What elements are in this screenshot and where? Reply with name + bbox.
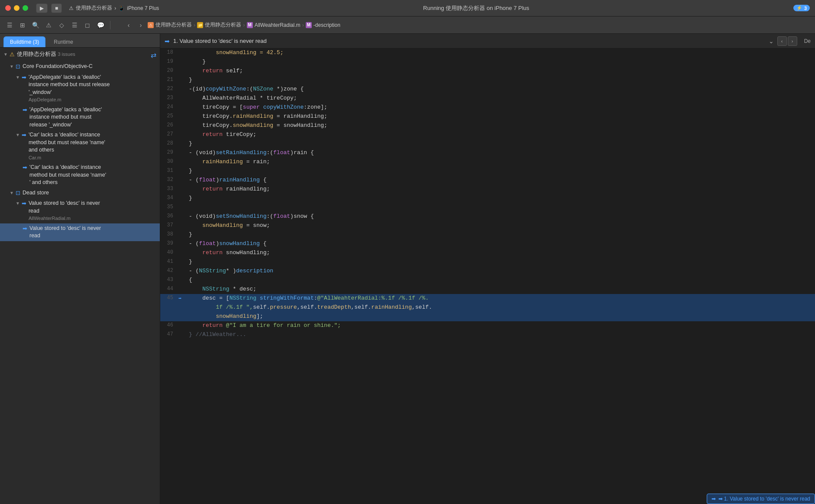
desc1-sub: AllWeahterRadial.m bbox=[29, 215, 156, 222]
code-line: 45➡ desc = [NSString stringWithFormat:@"… bbox=[160, 294, 815, 303]
tag-icon[interactable]: ◻ bbox=[82, 20, 93, 30]
breadcrumb-scheme[interactable]: 使用静态分析器 bbox=[155, 21, 192, 29]
code-line: 25 tireCopy.rainHandling = rainHandling; bbox=[160, 112, 815, 121]
stop-button[interactable]: ■ bbox=[51, 3, 62, 13]
car1-icon: ➡ bbox=[22, 132, 26, 139]
line-number: 43 bbox=[160, 276, 178, 284]
line-number: 36 bbox=[160, 212, 178, 220]
line-number: 47 bbox=[160, 330, 178, 339]
tree-appdelegate1[interactable]: ▼ ➡ 'AppDelegate' lacks a 'dealloc'insta… bbox=[0, 72, 160, 105]
code-line: snowHandling]; bbox=[160, 312, 815, 321]
code-area[interactable]: 18 snowHandling = 42.5;19 }20 return sel… bbox=[160, 48, 815, 504]
maximize-button[interactable] bbox=[23, 5, 28, 11]
code-line: 38} bbox=[160, 230, 815, 239]
scheme-bc-icon: ⚠ bbox=[148, 22, 154, 28]
arrow-right-icon2: ➡ bbox=[23, 107, 27, 114]
issue-bar: ➡ 1. Value stored to 'desc' is never rea… bbox=[160, 34, 815, 48]
breadcrumb-file[interactable]: AllWeahterRadial.m bbox=[255, 22, 301, 28]
tree-desc2[interactable]: ➡ Value stored to 'desc' is neverread bbox=[0, 223, 160, 241]
search-icon[interactable]: 🔍 bbox=[30, 20, 41, 30]
code-line: 18 snowHandling = 42.5; bbox=[160, 48, 815, 58]
code-line: 44 NSString * desc; bbox=[160, 285, 815, 294]
tree-desc1[interactable]: ▼ ➡ Value stored to 'desc' is neverread … bbox=[0, 198, 160, 223]
tree-deadstore[interactable]: ▼ ⊡ Dead store bbox=[0, 188, 160, 199]
issue-prev-button[interactable]: ‹ bbox=[777, 36, 787, 46]
tooltip-text: ➡ 1. Value stored to 'desc' is never rea… bbox=[718, 496, 810, 502]
expand-arrow-cf: ▼ bbox=[10, 64, 14, 70]
group-bc-icon: 📁 bbox=[197, 22, 203, 28]
tooltip-arrow-icon: ➡ bbox=[712, 496, 716, 502]
play-icon: ▶ bbox=[40, 5, 44, 11]
code-line: 1f /%.1f ",self.pressure,self.treadDepth… bbox=[160, 303, 815, 312]
toolbar: ☰ ⊞ 🔍 ⚠ ◇ ☰ ◻ 💬 ‹ › ⚠ 使用静态分析器 › 📁 使用静态分析… bbox=[0, 16, 815, 34]
warning-icon: ⚠ bbox=[10, 51, 15, 59]
issue-tree: ▼ ⚠ 使用静态分析器 3 issues ⇄ ▼ ⊡ Core Foundati… bbox=[0, 48, 160, 504]
cf-label: Core Foundation/Objective-C bbox=[23, 63, 156, 71]
tree-appdelegate2[interactable]: ➡ 'AppDelegate' lacks a 'dealloc'instanc… bbox=[0, 105, 160, 130]
line-number: 19 bbox=[160, 58, 178, 66]
issue-next-button[interactable]: › bbox=[788, 36, 797, 46]
code-line: 26 tireCopy.snowHandling = snowHandling; bbox=[160, 121, 815, 130]
scheme-selector[interactable]: ⚠ 使用静态分析器 › 📱 iPhone 7 Plus bbox=[69, 4, 159, 12]
play-button[interactable]: ▶ bbox=[36, 3, 48, 13]
ad2-text: 'AppDelegate' lacks a 'dealloc'instance … bbox=[29, 106, 156, 129]
tab-buildtime[interactable]: Buildtime (3) bbox=[3, 36, 45, 47]
nav-forward-icon[interactable]: › bbox=[136, 20, 146, 30]
line-number: 46 bbox=[160, 321, 178, 330]
nav-back-icon[interactable]: ‹ bbox=[123, 20, 134, 30]
panel-tabs: Buildtime (3) Runtime bbox=[0, 34, 160, 48]
breadcrumb-method[interactable]: -description bbox=[314, 22, 340, 28]
line-number: 41 bbox=[160, 258, 178, 266]
sync-icon: ⇄ bbox=[151, 51, 156, 60]
issue-detail-label: De bbox=[804, 38, 811, 44]
activity-icon: ⚡ bbox=[796, 5, 802, 11]
line-number: 35 bbox=[160, 203, 178, 211]
car1-text: 'Car' lacks a 'dealloc' instancemethod b… bbox=[29, 131, 156, 154]
hierarchy-icon[interactable]: ⊞ bbox=[17, 20, 28, 30]
code-line: 33 return rainHandling; bbox=[160, 185, 815, 194]
issue-dropdown-icon[interactable]: ⌄ bbox=[769, 38, 774, 45]
code-line: 35 bbox=[160, 203, 815, 212]
code-line: 31} bbox=[160, 167, 815, 176]
tree-root[interactable]: ▼ ⚠ 使用静态分析器 3 issues ⇄ bbox=[0, 49, 160, 61]
titlebar: ▶ ■ ⚠ 使用静态分析器 › 📱 iPhone 7 Plus Running … bbox=[0, 0, 815, 16]
window-controls bbox=[5, 5, 28, 11]
car2-text: 'Car' lacks a 'dealloc' instancemethod b… bbox=[29, 164, 156, 187]
line-number: 31 bbox=[160, 167, 178, 175]
device-icon: 📱 bbox=[118, 5, 125, 11]
activity-badge[interactable]: ⚡ 3 bbox=[793, 5, 810, 11]
warning-icon[interactable]: ⚠ bbox=[43, 20, 54, 30]
scheme-icon: ⚠ bbox=[69, 5, 74, 11]
scheme-name: 使用静态分析器 bbox=[76, 4, 112, 12]
desc2-icon: ➡ bbox=[23, 225, 27, 233]
stop-icon: ■ bbox=[55, 5, 58, 11]
line-number: 44 bbox=[160, 285, 178, 293]
issue-text: 1. Value stored to 'desc' is never read bbox=[173, 38, 765, 44]
line-number: 34 bbox=[160, 194, 178, 202]
code-line: 20 return self; bbox=[160, 67, 815, 76]
close-button[interactable] bbox=[5, 5, 11, 11]
tab-runtime[interactable]: Runtime bbox=[47, 36, 80, 47]
tree-car1[interactable]: ▼ ➡ 'Car' lacks a 'dealloc' instancemeth… bbox=[0, 130, 160, 162]
tree-car2[interactable]: ➡ 'Car' lacks a 'dealloc' instancemethod… bbox=[0, 162, 160, 188]
tree-corefoundation[interactable]: ▼ ⊡ Core Foundation/Objective-C bbox=[0, 61, 160, 72]
code-line: 24 tireCopy = [super copyWithZone:zone]; bbox=[160, 103, 815, 112]
line-arrow-icon: ➡ bbox=[178, 295, 181, 303]
running-info: Running 使用静态分析器 on iPhone 7 Plus bbox=[162, 4, 790, 12]
minimize-button[interactable] bbox=[14, 5, 19, 11]
line-number: 26 bbox=[160, 121, 178, 129]
car2-icon: ➡ bbox=[23, 164, 27, 172]
toolbar-separator bbox=[110, 21, 110, 29]
breadcrumb-sep1: › bbox=[194, 22, 195, 28]
breadcrumb-sep2: › bbox=[243, 22, 245, 28]
chevron-icon: › bbox=[114, 5, 116, 11]
bookmark-icon[interactable]: ◇ bbox=[56, 20, 67, 30]
line-number: 32 bbox=[160, 176, 178, 184]
sidebar-toggle-icon[interactable]: ☰ bbox=[4, 20, 15, 30]
code-line: 30 rainHandling = rain; bbox=[160, 158, 815, 167]
breadcrumb-group[interactable]: 使用静态分析器 bbox=[205, 21, 241, 29]
list-icon[interactable]: ☰ bbox=[69, 20, 80, 30]
code-line: 23 AllWeahterRadial * tireCopy; bbox=[160, 94, 815, 103]
issue-arrow-icon: ➡ bbox=[165, 38, 170, 45]
comment-icon[interactable]: 💬 bbox=[95, 20, 106, 30]
